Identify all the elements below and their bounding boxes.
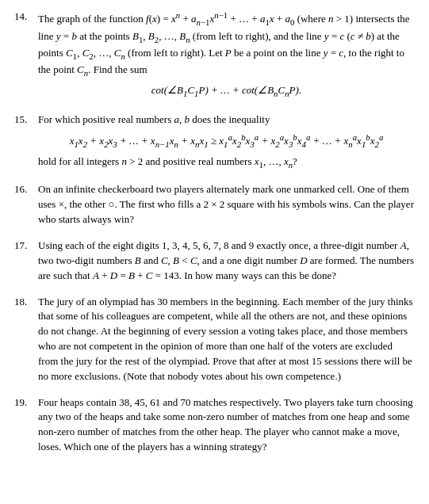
problem-16-number: 16. [14,182,35,231]
problem-19-text: Four heaps contain 38, 45, 61 and 70 mat… [38,395,415,455]
problem-15-number: 15. [14,113,35,175]
problem-16-content: On an infinite checkerboard two players … [38,182,415,231]
problem-18: 18. The jury of an olympiad has 30 membe… [14,295,415,388]
problem-15-content: For which positive real numbers a, b doe… [38,113,415,175]
problems-container: 14. The graph of the function f(x) = xn … [14,10,415,458]
problem-14-text: The graph of the function f(x) = xn + an… [38,10,415,79]
problem-17-number: 17. [14,239,35,287]
problem-18-number: 18. [14,295,35,388]
problem-17-text: Using each of the eight digits 1, 3, 4, … [38,239,415,284]
problem-17-content: Using each of the eight digits 1, 3, 4, … [38,239,415,287]
problem-15-formula: x1x2 + x2x3 + … + xn−1xn + xnx1 ≥ x1ax2b… [38,132,415,151]
problem-15-text: For which positive real numbers a, b doe… [38,113,415,128]
problem-16-text: On an infinite checkerboard two players … [38,182,415,227]
problem-15: 15. For which positive real numbers a, b… [14,113,415,175]
problem-19-number: 19. [14,395,35,458]
problem-18-content: The jury of an olympiad has 30 members i… [38,295,415,388]
problem-19-content: Four heaps contain 38, 45, 61 and 70 mat… [38,395,415,458]
problem-14-formula: cot(∠B1C1P) + … + cot(∠BnCnP). [38,83,415,100]
problem-14-content: The graph of the function f(x) = xn + an… [38,10,415,105]
problem-14: 14. The graph of the function f(x) = xn … [14,10,415,105]
problem-18-text: The jury of an olympiad has 30 members i… [38,295,415,384]
problem-14-number: 14. [14,10,35,105]
problem-16: 16. On an infinite checkerboard two play… [14,182,415,231]
problem-19: 19. Four heaps contain 38, 45, 61 and 70… [14,395,415,458]
problem-17: 17. Using each of the eight digits 1, 3,… [14,239,415,287]
problem-15-after: hold for all integers n > 2 and positive… [38,155,415,171]
